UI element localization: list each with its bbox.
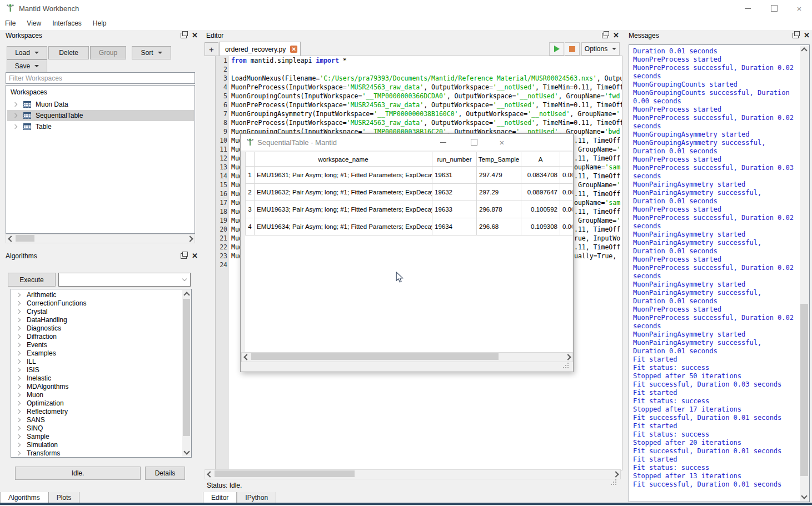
cell-run_number[interactable]: 19631	[432, 167, 477, 184]
details-button[interactable]: Details	[145, 467, 185, 480]
cell-aerr[interactable]: 0.0052	[560, 201, 573, 218]
group-button[interactable]: Group	[90, 46, 126, 59]
dialog-maximize-button[interactable]	[466, 134, 482, 151]
stop-button[interactable]	[565, 42, 580, 56]
chevron-right-icon[interactable]	[16, 367, 21, 372]
cell-run_number[interactable]: 19634	[432, 218, 477, 236]
sort-button[interactable]: Sort	[132, 46, 171, 59]
chevron-right-icon[interactable]	[16, 442, 21, 447]
editor-header[interactable]: Editor ✕	[203, 31, 621, 41]
column-header-a[interactable]: A	[521, 152, 560, 167]
cell-temp_sample[interactable]: 297.29	[477, 184, 521, 201]
workspace-item-table[interactable]: Table	[7, 121, 194, 132]
chevron-right-icon[interactable]	[16, 450, 21, 455]
cell-a[interactable]: 0.109308	[521, 218, 560, 236]
chevron-right-icon[interactable]	[16, 359, 21, 363]
undock-icon[interactable]	[181, 33, 187, 38]
algorithm-category-correctionfunctions[interactable]: CorrectionFunctions	[12, 299, 86, 307]
chevron-right-icon[interactable]	[16, 350, 21, 355]
cell-workspace_name[interactable]: EMU19634; Pair Asym; long; #1; Fitted Pa…	[255, 218, 432, 236]
close-button[interactable]: ×	[786, 0, 812, 17]
new-tab-button[interactable]: +	[205, 42, 218, 56]
filter-workspaces-input[interactable]	[6, 72, 195, 84]
cell-temp_sample[interactable]: 297.479	[477, 167, 521, 184]
algorithm-category-sinq[interactable]: SINQ	[12, 424, 43, 432]
tab-ipython[interactable]: IPython	[237, 492, 276, 503]
load-button[interactable]: Load	[7, 46, 47, 59]
algorithm-category-arithmetic[interactable]: Arithmetic	[12, 290, 56, 299]
run-button[interactable]	[549, 42, 564, 56]
undock-icon[interactable]	[793, 33, 799, 38]
editor-h-scrollbar[interactable]	[205, 469, 621, 479]
algorithms-v-scrollbar[interactable]	[182, 290, 191, 457]
algorithm-category-transforms[interactable]: Transforms	[12, 449, 60, 457]
dialog-title-bar[interactable]: SequentialTable - Mantid ×	[241, 134, 573, 151]
chevron-right-icon[interactable]	[16, 325, 21, 330]
tab-ordered-recovery[interactable]: ordered_recovery.py ✕	[219, 42, 301, 56]
column-header-aerr[interactable]: AErr	[560, 152, 573, 167]
menu-help[interactable]: Help	[87, 17, 112, 30]
menu-file[interactable]: File	[0, 17, 21, 30]
close-panel-icon[interactable]: ✕	[192, 252, 198, 259]
delete-button[interactable]: Delete	[48, 46, 89, 59]
menu-view[interactable]: View	[21, 17, 47, 30]
algorithm-search-combobox[interactable]	[58, 273, 191, 287]
algorithm-progress-bar[interactable]: Idle.	[15, 467, 141, 480]
chevron-right-icon[interactable]	[16, 409, 21, 413]
algorithm-category-crystal[interactable]: Crystal	[12, 307, 47, 315]
algorithm-category-datahandling[interactable]: DataHandling	[12, 315, 67, 324]
algorithm-category-diagnostics[interactable]: Diagnostics	[12, 324, 61, 332]
cell-a[interactable]: 0.0897647	[521, 184, 560, 201]
chevron-right-icon[interactable]	[16, 300, 21, 305]
resize-grip[interactable]	[610, 478, 617, 486]
dialog-h-scrollbar[interactable]	[241, 352, 573, 362]
algorithm-category-sans[interactable]: SANS	[12, 415, 45, 424]
chevron-right-icon[interactable]	[13, 102, 17, 107]
execute-button[interactable]: Execute	[8, 273, 56, 287]
chevron-right-icon[interactable]	[16, 292, 21, 297]
workspace-item-muon-data[interactable]: Muon Data	[7, 99, 194, 110]
workspaces-header[interactable]: Workspaces ✕	[2, 31, 200, 41]
cell-a[interactable]: 0.0834708	[521, 167, 560, 184]
messages-v-scrollbar[interactable]	[800, 46, 809, 501]
table-row[interactable]: 2EMU19632; Pair Asym; long; #1; Fitted P…	[246, 184, 573, 201]
chevron-right-icon[interactable]	[16, 384, 21, 388]
tab-algorithms[interactable]: Algorithms	[0, 492, 48, 503]
algorithm-category-events[interactable]: Events	[12, 340, 47, 349]
cell-workspace_name[interactable]: EMU19631; Pair Asym; long; #1; Fitted Pa…	[255, 167, 432, 184]
column-header-run_number[interactable]: run_number	[432, 152, 477, 167]
tab-close-icon[interactable]: ✕	[290, 46, 297, 53]
dialog-close-button[interactable]: ×	[494, 134, 510, 151]
algorithm-category-isis[interactable]: ISIS	[12, 365, 39, 374]
algorithm-category-list[interactable]: ArithmeticCorrectionFunctionsCrystalData…	[11, 289, 192, 458]
chevron-right-icon[interactable]	[16, 334, 21, 338]
menu-interfaces[interactable]: Interfaces	[47, 17, 87, 30]
algorithm-category-sample[interactable]: Sample	[12, 432, 49, 440]
dialog-minimize-button[interactable]	[435, 134, 451, 151]
cell-a[interactable]: 0.100592	[521, 201, 560, 218]
cell-aerr[interactable]: 0.0030	[560, 167, 573, 184]
table-row[interactable]: 4EMU19634; Pair Asym; long; #1; Fitted P…	[246, 218, 573, 236]
chevron-right-icon[interactable]	[16, 317, 21, 322]
workspaces-tree[interactable]: Workspaces Muon DataSequentialTableTable	[6, 85, 195, 234]
chevron-right-icon[interactable]	[13, 124, 17, 129]
maximize-button[interactable]	[761, 0, 787, 17]
cell-aerr[interactable]: 0.0038	[560, 184, 573, 201]
algorithm-category-simulation[interactable]: Simulation	[12, 440, 58, 449]
algorithm-category-reflectometry[interactable]: Reflectometry	[12, 407, 68, 415]
cell-run_number[interactable]: 19632	[432, 184, 477, 201]
close-panel-icon[interactable]: ✕	[613, 32, 619, 39]
options-button[interactable]: Options	[581, 42, 620, 56]
algorithm-category-muon[interactable]: Muon	[12, 390, 43, 399]
algorithms-header[interactable]: Algorithms ✕	[2, 251, 200, 261]
undock-icon[interactable]	[181, 253, 187, 259]
algorithm-category-optimization[interactable]: Optimization	[12, 399, 64, 407]
chevron-right-icon[interactable]	[16, 375, 21, 380]
messages-header[interactable]: Messages ✕	[625, 31, 812, 41]
algorithm-category-mdalgorithms[interactable]: MDAlgorithms	[12, 382, 68, 390]
chevron-right-icon[interactable]	[16, 392, 21, 397]
algorithm-category-ill[interactable]: ILL	[12, 357, 36, 365]
algorithm-category-inelastic[interactable]: Inelastic	[12, 374, 51, 382]
save-button[interactable]: Save	[7, 59, 47, 73]
close-panel-icon[interactable]: ✕	[804, 32, 810, 39]
